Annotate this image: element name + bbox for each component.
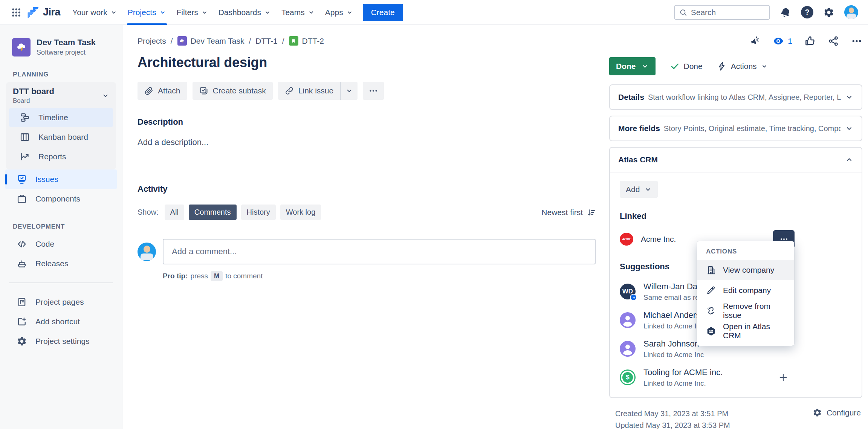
linked-company-name: Acme Inc.: [641, 235, 676, 244]
filter-comments[interactable]: Comments: [189, 205, 237, 220]
deal-dollar-icon: $: [620, 369, 636, 385]
sidebar-item-timeline[interactable]: Timeline: [9, 108, 113, 127]
nav-apps[interactable]: Apps: [320, 0, 358, 25]
sidebar-item-label: Releases: [35, 259, 69, 268]
suggestion-row[interactable]: $ Tooling for ACME inc. Linked to Acme I…: [620, 367, 852, 388]
like-thumbs-up-icon[interactable]: [804, 35, 816, 47]
jira-logo-text: Jira: [43, 6, 60, 18]
breadcrumb-projects[interactable]: Projects: [138, 37, 166, 46]
configure-button[interactable]: Configure: [813, 408, 862, 417]
watch-eye-icon: [773, 35, 784, 47]
search-input[interactable]: [674, 5, 770, 20]
sidebar-item-label: Components: [35, 194, 80, 203]
project-sidebar: Dev Team Task Software project PLANNING …: [0, 25, 122, 429]
issues-icon: [17, 174, 27, 185]
atlas-crm-logo-icon: [705, 326, 717, 336]
sidebar-item-label: Project pages: [35, 298, 84, 307]
planning-section-label: PLANNING: [13, 71, 122, 78]
components-icon: [17, 194, 27, 204]
jira-logo[interactable]: Jira: [27, 6, 60, 19]
attach-button[interactable]: Attach: [138, 82, 187, 100]
share-icon[interactable]: [828, 35, 839, 47]
company-actions-menu: ACTIONS View company Edit company: [697, 241, 794, 346]
sidebar-item-label: Kanban board: [38, 133, 88, 142]
more-actions-button[interactable]: [363, 82, 384, 100]
create-subtask-button[interactable]: Create subtask: [193, 82, 273, 100]
activity-label: Activity: [138, 184, 596, 194]
sidebar-item-project-settings[interactable]: Project settings: [5, 331, 117, 351]
link-issue-split-button: Link issue: [278, 82, 358, 100]
menu-item-view-company[interactable]: View company: [697, 260, 794, 280]
notifications-bell-icon[interactable]: [780, 7, 791, 18]
sidebar-item-label: Add shortcut: [35, 317, 80, 326]
broken-link-icon: [705, 306, 717, 316]
more-options-icon[interactable]: [851, 35, 862, 47]
feedback-megaphone-icon[interactable]: [749, 35, 761, 47]
search-field[interactable]: [691, 8, 765, 17]
add-suggestion-button[interactable]: [778, 372, 789, 383]
nav-filters[interactable]: Filters: [171, 0, 213, 25]
link-issue-button[interactable]: Link issue: [278, 82, 340, 100]
created-date: Created May 31, 2023 at 3:51 PM: [615, 408, 733, 420]
settings-gear-icon[interactable]: [823, 7, 834, 18]
watchers-control[interactable]: 1: [773, 35, 792, 47]
sidebar-item-kanban-board[interactable]: Kanban board: [9, 127, 113, 147]
chevron-down-icon: [845, 93, 853, 101]
sidebar-item-add-shortcut[interactable]: Add shortcut: [5, 312, 117, 331]
timeline-icon: [20, 112, 30, 123]
person-avatar-icon: [620, 312, 636, 328]
help-icon[interactable]: ?: [801, 6, 813, 18]
sidebar-item-issues[interactable]: Issues: [5, 169, 117, 189]
chevron-down-icon: [641, 63, 649, 70]
link-icon: [285, 86, 294, 95]
user-avatar[interactable]: [844, 5, 858, 19]
sidebar-item-label: Issues: [35, 175, 58, 184]
description-placeholder[interactable]: Add a description...: [138, 137, 596, 147]
status-done-dropdown[interactable]: Done: [609, 57, 656, 75]
sidebar-item-reports[interactable]: Reports: [9, 147, 113, 166]
chevron-down-icon: [345, 87, 353, 95]
breadcrumb: Projects / Dev Team Task / DTT-1 / DTT-2: [138, 36, 596, 46]
nav-dashboards[interactable]: Dashboards: [213, 0, 276, 25]
board-type: Board: [13, 97, 54, 105]
watch-count: 1: [788, 37, 792, 46]
sidebar-item-project-pages[interactable]: Project pages: [5, 292, 117, 312]
more-fields-panel[interactable]: More fields Story Points, Original estim…: [609, 116, 862, 141]
subtask-icon: [199, 86, 208, 95]
breadcrumb-parent-issue[interactable]: DTT-1: [255, 37, 277, 46]
issue-dates: Created May 31, 2023 at 3:51 PM Updated …: [615, 408, 733, 429]
menu-item-edit-company[interactable]: Edit company: [697, 280, 794, 301]
nav-projects[interactable]: Projects: [122, 0, 171, 25]
sidebar-item-releases[interactable]: Releases: [5, 254, 117, 273]
project-avatar: [12, 38, 31, 56]
atlas-crm-header[interactable]: Atlas CRM: [610, 148, 862, 173]
chevron-down-icon: [201, 9, 208, 16]
updated-date: Updated May 31, 2023 at 3:53 PM: [615, 420, 733, 429]
sort-order-control[interactable]: Newest first: [541, 208, 596, 217]
breadcrumb-project[interactable]: Dev Team Task: [177, 36, 245, 46]
menu-item-remove-from-issue[interactable]: Remove from issue: [697, 301, 794, 321]
chevron-down-icon: [845, 124, 853, 133]
nav-teams[interactable]: Teams: [276, 0, 320, 25]
resolution-done-indicator[interactable]: Done: [670, 61, 703, 71]
create-button[interactable]: Create: [363, 4, 403, 21]
chevron-down-icon: [264, 9, 271, 16]
actions-dropdown[interactable]: Actions: [717, 61, 768, 71]
user-avatar: [138, 243, 156, 261]
sidebar-item-components[interactable]: Components: [5, 189, 117, 209]
app-switcher-icon[interactable]: [8, 5, 24, 20]
person-avatar-icon: [620, 341, 636, 357]
breadcrumb-current-issue[interactable]: DTT-2: [289, 36, 324, 46]
atlas-add-button[interactable]: Add: [620, 181, 658, 198]
comment-input[interactable]: Add a comment...: [163, 239, 596, 264]
menu-item-open-in-atlas-crm[interactable]: Open in Atlas CRM: [697, 321, 794, 341]
details-panel[interactable]: Details Start workflow linking to Atlas …: [609, 84, 862, 110]
nav-your-work[interactable]: Your work: [67, 0, 122, 25]
board-selector[interactable]: DTT board Board: [6, 87, 116, 108]
filter-work-log[interactable]: Work log: [280, 205, 321, 220]
project-header[interactable]: Dev Team Task Software project: [0, 38, 122, 56]
link-issue-dropdown[interactable]: [341, 87, 358, 95]
sidebar-item-code[interactable]: Code: [5, 234, 117, 254]
filter-history[interactable]: History: [241, 205, 276, 220]
filter-all[interactable]: All: [165, 205, 184, 220]
